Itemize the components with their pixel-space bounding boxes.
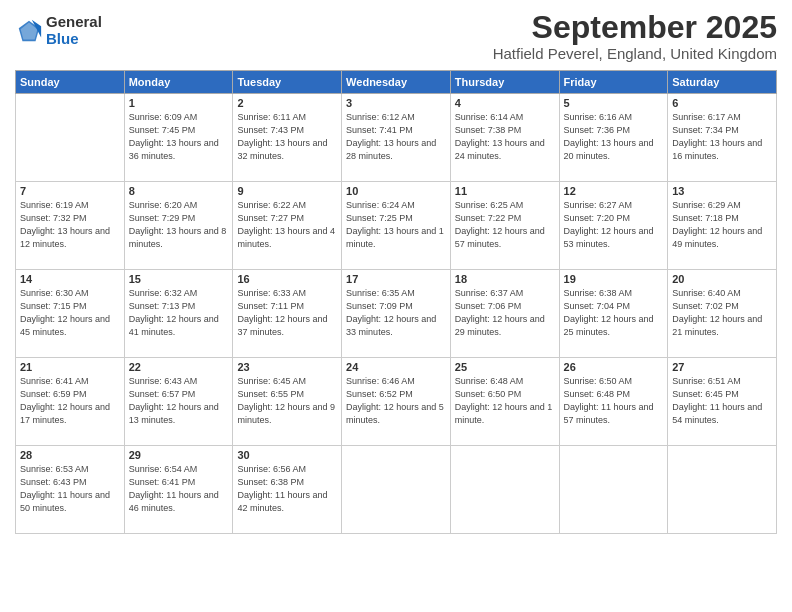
day-info: Sunrise: 6:29 AMSunset: 7:18 PMDaylight:… [672, 200, 762, 249]
day-info: Sunrise: 6:51 AMSunset: 6:45 PMDaylight:… [672, 376, 762, 425]
day-number: 11 [455, 185, 555, 197]
title-block: September 2025 Hatfield Peverel, England… [493, 10, 777, 62]
table-row: 13Sunrise: 6:29 AMSunset: 7:18 PMDayligh… [668, 182, 777, 270]
day-info: Sunrise: 6:24 AMSunset: 7:25 PMDaylight:… [346, 200, 444, 249]
day-info: Sunrise: 6:35 AMSunset: 7:09 PMDaylight:… [346, 288, 436, 337]
day-info: Sunrise: 6:32 AMSunset: 7:13 PMDaylight:… [129, 288, 219, 337]
table-row: 23Sunrise: 6:45 AMSunset: 6:55 PMDayligh… [233, 358, 342, 446]
calendar-week-1: 7Sunrise: 6:19 AMSunset: 7:32 PMDaylight… [16, 182, 777, 270]
day-number: 3 [346, 97, 446, 109]
day-info: Sunrise: 6:19 AMSunset: 7:32 PMDaylight:… [20, 200, 110, 249]
table-row: 29Sunrise: 6:54 AMSunset: 6:41 PMDayligh… [124, 446, 233, 534]
table-row: 5Sunrise: 6:16 AMSunset: 7:36 PMDaylight… [559, 94, 668, 182]
day-number: 20 [672, 273, 772, 285]
day-number: 18 [455, 273, 555, 285]
day-info: Sunrise: 6:43 AMSunset: 6:57 PMDaylight:… [129, 376, 219, 425]
page-container: General Blue September 2025 Hatfield Pev… [0, 0, 792, 612]
table-row: 17Sunrise: 6:35 AMSunset: 7:09 PMDayligh… [342, 270, 451, 358]
day-number: 8 [129, 185, 229, 197]
calendar-week-2: 14Sunrise: 6:30 AMSunset: 7:15 PMDayligh… [16, 270, 777, 358]
day-info: Sunrise: 6:30 AMSunset: 7:15 PMDaylight:… [20, 288, 110, 337]
table-row [668, 446, 777, 534]
day-number: 5 [564, 97, 664, 109]
table-row: 15Sunrise: 6:32 AMSunset: 7:13 PMDayligh… [124, 270, 233, 358]
col-wednesday: Wednesday [342, 71, 451, 94]
day-info: Sunrise: 6:40 AMSunset: 7:02 PMDaylight:… [672, 288, 762, 337]
calendar-table: Sunday Monday Tuesday Wednesday Thursday… [15, 70, 777, 534]
col-sunday: Sunday [16, 71, 125, 94]
table-row: 25Sunrise: 6:48 AMSunset: 6:50 PMDayligh… [450, 358, 559, 446]
header-row: Sunday Monday Tuesday Wednesday Thursday… [16, 71, 777, 94]
day-number: 23 [237, 361, 337, 373]
table-row: 21Sunrise: 6:41 AMSunset: 6:59 PMDayligh… [16, 358, 125, 446]
day-number: 30 [237, 449, 337, 461]
day-info: Sunrise: 6:16 AMSunset: 7:36 PMDaylight:… [564, 112, 654, 161]
day-info: Sunrise: 6:46 AMSunset: 6:52 PMDaylight:… [346, 376, 444, 425]
table-row [559, 446, 668, 534]
day-number: 9 [237, 185, 337, 197]
day-info: Sunrise: 6:11 AMSunset: 7:43 PMDaylight:… [237, 112, 327, 161]
day-number: 15 [129, 273, 229, 285]
day-number: 29 [129, 449, 229, 461]
table-row: 22Sunrise: 6:43 AMSunset: 6:57 PMDayligh… [124, 358, 233, 446]
table-row [342, 446, 451, 534]
col-monday: Monday [124, 71, 233, 94]
calendar-week-0: 1Sunrise: 6:09 AMSunset: 7:45 PMDaylight… [16, 94, 777, 182]
day-info: Sunrise: 6:09 AMSunset: 7:45 PMDaylight:… [129, 112, 219, 161]
logo-icon [15, 17, 43, 45]
table-row: 16Sunrise: 6:33 AMSunset: 7:11 PMDayligh… [233, 270, 342, 358]
day-info: Sunrise: 6:22 AMSunset: 7:27 PMDaylight:… [237, 200, 335, 249]
day-info: Sunrise: 6:41 AMSunset: 6:59 PMDaylight:… [20, 376, 110, 425]
day-number: 4 [455, 97, 555, 109]
table-row: 4Sunrise: 6:14 AMSunset: 7:38 PMDaylight… [450, 94, 559, 182]
day-info: Sunrise: 6:25 AMSunset: 7:22 PMDaylight:… [455, 200, 545, 249]
day-info: Sunrise: 6:14 AMSunset: 7:38 PMDaylight:… [455, 112, 545, 161]
day-info: Sunrise: 6:53 AMSunset: 6:43 PMDaylight:… [20, 464, 110, 513]
table-row: 7Sunrise: 6:19 AMSunset: 7:32 PMDaylight… [16, 182, 125, 270]
day-info: Sunrise: 6:50 AMSunset: 6:48 PMDaylight:… [564, 376, 654, 425]
day-number: 19 [564, 273, 664, 285]
day-info: Sunrise: 6:17 AMSunset: 7:34 PMDaylight:… [672, 112, 762, 161]
calendar-week-4: 28Sunrise: 6:53 AMSunset: 6:43 PMDayligh… [16, 446, 777, 534]
table-row: 24Sunrise: 6:46 AMSunset: 6:52 PMDayligh… [342, 358, 451, 446]
logo-text: General Blue [46, 14, 102, 47]
logo: General Blue [15, 14, 102, 47]
day-number: 28 [20, 449, 120, 461]
day-number: 24 [346, 361, 446, 373]
day-info: Sunrise: 6:48 AMSunset: 6:50 PMDaylight:… [455, 376, 553, 425]
day-number: 17 [346, 273, 446, 285]
day-info: Sunrise: 6:37 AMSunset: 7:06 PMDaylight:… [455, 288, 545, 337]
col-thursday: Thursday [450, 71, 559, 94]
day-number: 27 [672, 361, 772, 373]
table-row: 6Sunrise: 6:17 AMSunset: 7:34 PMDaylight… [668, 94, 777, 182]
day-number: 1 [129, 97, 229, 109]
table-row: 14Sunrise: 6:30 AMSunset: 7:15 PMDayligh… [16, 270, 125, 358]
table-row: 18Sunrise: 6:37 AMSunset: 7:06 PMDayligh… [450, 270, 559, 358]
day-number: 6 [672, 97, 772, 109]
day-number: 21 [20, 361, 120, 373]
location: Hatfield Peverel, England, United Kingdo… [493, 45, 777, 62]
table-row: 11Sunrise: 6:25 AMSunset: 7:22 PMDayligh… [450, 182, 559, 270]
day-number: 26 [564, 361, 664, 373]
day-info: Sunrise: 6:54 AMSunset: 6:41 PMDaylight:… [129, 464, 219, 513]
day-info: Sunrise: 6:20 AMSunset: 7:29 PMDaylight:… [129, 200, 227, 249]
day-number: 12 [564, 185, 664, 197]
day-number: 22 [129, 361, 229, 373]
col-tuesday: Tuesday [233, 71, 342, 94]
table-row: 3Sunrise: 6:12 AMSunset: 7:41 PMDaylight… [342, 94, 451, 182]
day-number: 13 [672, 185, 772, 197]
table-row: 19Sunrise: 6:38 AMSunset: 7:04 PMDayligh… [559, 270, 668, 358]
day-number: 25 [455, 361, 555, 373]
table-row: 9Sunrise: 6:22 AMSunset: 7:27 PMDaylight… [233, 182, 342, 270]
day-info: Sunrise: 6:12 AMSunset: 7:41 PMDaylight:… [346, 112, 436, 161]
logo-blue: Blue [46, 31, 102, 48]
table-row: 28Sunrise: 6:53 AMSunset: 6:43 PMDayligh… [16, 446, 125, 534]
table-row: 30Sunrise: 6:56 AMSunset: 6:38 PMDayligh… [233, 446, 342, 534]
month-title: September 2025 [493, 10, 777, 45]
day-number: 2 [237, 97, 337, 109]
col-saturday: Saturday [668, 71, 777, 94]
table-row: 8Sunrise: 6:20 AMSunset: 7:29 PMDaylight… [124, 182, 233, 270]
header: General Blue September 2025 Hatfield Pev… [15, 10, 777, 62]
table-row [450, 446, 559, 534]
day-number: 7 [20, 185, 120, 197]
